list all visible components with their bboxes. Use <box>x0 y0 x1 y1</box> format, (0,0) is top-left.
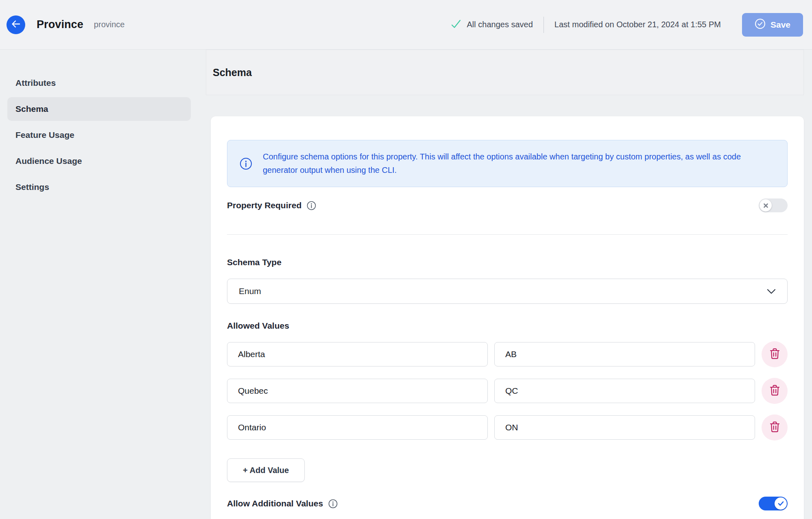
sidebar-item-feature-usage[interactable]: Feature Usage <box>7 123 191 147</box>
schema-card: Configure schema options for this proper… <box>211 116 804 519</box>
section-header: Schema <box>206 50 804 95</box>
trash-icon <box>769 384 780 397</box>
check-icon <box>778 501 784 506</box>
sidebar-item-audience-usage[interactable]: Audience Usage <box>7 149 191 173</box>
toggle-knob <box>760 199 772 212</box>
chevron-down-icon <box>767 286 776 296</box>
sidebar-item-label: Settings <box>15 182 49 192</box>
value-name-input[interactable] <box>227 415 488 440</box>
trash-icon <box>769 421 780 434</box>
sidebar-item-settings[interactable]: Settings <box>7 175 191 199</box>
schema-type-value: Enum <box>239 286 261 296</box>
back-button[interactable] <box>7 15 25 34</box>
header-divider <box>544 17 544 33</box>
top-header: Province province All changes saved Last… <box>0 0 812 50</box>
x-icon <box>763 203 768 208</box>
allowed-values-list <box>227 341 788 440</box>
allow-additional-row: Allow Additional Values <box>227 497 788 510</box>
sidebar-item-label: Schema <box>15 104 48 114</box>
toggle-knob <box>775 497 787 510</box>
property-required-label: Property Required <box>227 201 301 210</box>
value-code-input[interactable] <box>494 415 755 440</box>
sidebar-item-label: Feature Usage <box>15 130 74 140</box>
schema-type-label: Schema Type <box>227 257 788 267</box>
property-required-toggle[interactable] <box>759 198 788 212</box>
check-circle-icon <box>755 18 766 31</box>
check-icon <box>450 18 462 31</box>
sidebar: Attributes Schema Feature Usage Audience… <box>0 50 206 519</box>
info-icon[interactable] <box>307 201 316 210</box>
value-name-input[interactable] <box>227 379 488 403</box>
section-title: Schema <box>213 67 252 79</box>
sidebar-item-label: Audience Usage <box>15 156 82 166</box>
sidebar-item-attributes[interactable]: Attributes <box>7 71 191 95</box>
last-modified-text: Last modified on October 21, 2024 at 1:5… <box>554 20 721 29</box>
delete-value-button[interactable] <box>762 341 788 367</box>
delete-value-button[interactable] <box>762 378 788 404</box>
allow-additional-toggle[interactable] <box>759 497 788 510</box>
trash-icon <box>769 348 780 361</box>
value-code-input[interactable] <box>494 342 755 366</box>
info-icon <box>240 157 252 170</box>
allow-additional-label: Allow Additional Values <box>227 499 323 508</box>
info-icon[interactable] <box>328 499 338 508</box>
save-button[interactable]: Save <box>742 13 803 37</box>
value-code-input[interactable] <box>494 379 755 403</box>
arrow-left-icon <box>11 19 21 31</box>
delete-value-button[interactable] <box>762 414 788 440</box>
add-value-button[interactable]: + Add Value <box>227 458 305 482</box>
sidebar-item-label: Attributes <box>15 78 56 88</box>
page-title: Province <box>37 18 83 31</box>
value-name-input[interactable] <box>227 342 488 366</box>
save-button-label: Save <box>771 20 790 30</box>
info-banner: Configure schema options for this proper… <box>227 140 788 187</box>
sidebar-item-schema[interactable]: Schema <box>7 97 191 121</box>
saved-status-text: All changes saved <box>467 20 533 29</box>
page-subtitle: province <box>94 20 125 29</box>
main-area: Schema Configure schema options for this… <box>206 50 812 519</box>
property-required-row: Property Required <box>227 198 788 212</box>
info-banner-text: Configure schema options for this proper… <box>263 150 775 177</box>
saved-status: All changes saved <box>450 18 533 31</box>
divider <box>227 234 788 235</box>
allowed-values-label: Allowed Values <box>227 321 788 331</box>
schema-type-select[interactable]: Enum <box>227 279 788 304</box>
